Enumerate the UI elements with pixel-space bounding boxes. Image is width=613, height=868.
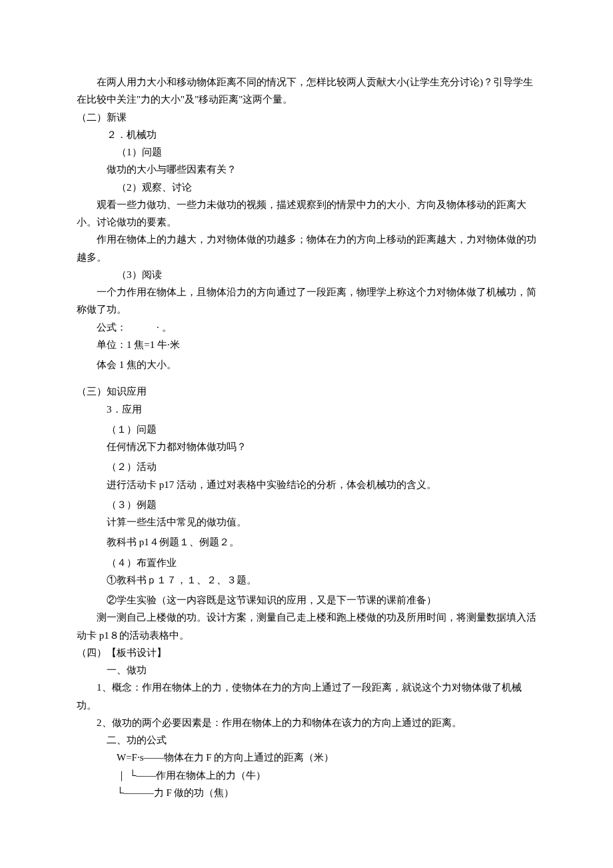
sec2-q3-text: 一个力作用在物体上，且物体沿力的方向通过了一段距离，物理学上称这个力对物体做了机… [77, 283, 536, 319]
sec4-formula-2: ｜ └——作用在物体上的力（牛） [77, 767, 536, 784]
sec4-formula-3: └———力 F 做的功（焦） [77, 784, 536, 801]
sec3-p1-text: 任何情况下力都对物体做功吗？ [77, 438, 536, 455]
sec4-h1: 一、做功 [77, 661, 536, 679]
sec4-b2: 2、做功的两个必要因素是：作用在物体上的力和物体在该力的方向上通过的距离。 [77, 714, 536, 731]
sec2-feel: 体会 1 焦的大小。 [77, 356, 536, 373]
sec3-item-title: 3．应用 [77, 401, 536, 418]
sec2-q2-text-b: 作用在物体上的力越大，力对物体做的功越多；物体在力的方向上移动的距离越大，力对物… [77, 231, 536, 266]
sec4-formula-1: W=F·s——物体在力 F 的方向上通过的距离（米） [77, 749, 536, 766]
section-3-head: （三）知识应用 [77, 383, 536, 400]
sec3-p4-head: （４）布置作业 [77, 554, 536, 571]
formula-label: 公式： [97, 322, 127, 333]
formula-dot: · 。 [157, 322, 172, 333]
section-4-head: （四）【板书设计】 [77, 644, 536, 661]
sec3-p3-head: （３）例题 [77, 496, 536, 513]
sec4-h2: 二、功的公式 [77, 731, 536, 749]
sec3-p2-text: 进行活动卡 p17 活动，通过对表格中实验结论的分析，体会机械功的含义。 [77, 476, 536, 493]
sec3-p4-text-c: 测一测自己上楼做的功。设计方案，测量自己走上楼和跑上楼做的功及所用时间，将测量数… [77, 609, 536, 644]
sec3-p1-head: （１）问题 [77, 421, 536, 438]
sec3-p4-text-a: ①教科书ｐ１７，１、２、３题。 [77, 571, 536, 589]
sec4-b1: 1、概念：作用在物体上的力，使物体在力的方向上通过了一段距离，就说这个力对物体做… [77, 679, 536, 714]
intro-paragraph: 在两人用力大小和移动物体距离不同的情况下，怎样比较两人贡献大小(让学生充分讨论)… [77, 73, 536, 109]
sec2-item-title: ２．机械功 [77, 126, 536, 143]
sec2-q1-head: （1）问题 [77, 143, 536, 161]
sec3-p2-head: （２）活动 [77, 458, 536, 475]
sec2-formula-line: 公式：· 。 [77, 319, 536, 336]
sec2-q2-text-a: 观看一些力做功、一些力未做功的视频，描述观察到的情景中力的大小、方向及物体移动的… [77, 196, 536, 231]
sec2-q2-head: （2）观察、讨论 [77, 179, 536, 196]
section-2-head: （二）新课 [77, 109, 536, 126]
sec3-p4-text-b: ②学生实验（这一内容既是这节课知识的应用，又是下一节课的课前准备） [77, 591, 536, 609]
sec3-p3-text-a: 计算一些生活中常见的做功值。 [77, 513, 536, 531]
sec2-q3-head: （3）阅读 [77, 266, 536, 283]
sec3-p3-text-b: 教科书 p1４例题１、例题２。 [77, 533, 536, 551]
sec2-unit: 单位：1 焦=1 牛·米 [77, 336, 536, 353]
sec2-q1-text: 做功的大小与哪些因素有关？ [77, 161, 536, 178]
document-page: 在两人用力大小和移动物体距离不同的情况下，怎样比较两人贡献大小(让学生充分讨论)… [0, 0, 613, 801]
